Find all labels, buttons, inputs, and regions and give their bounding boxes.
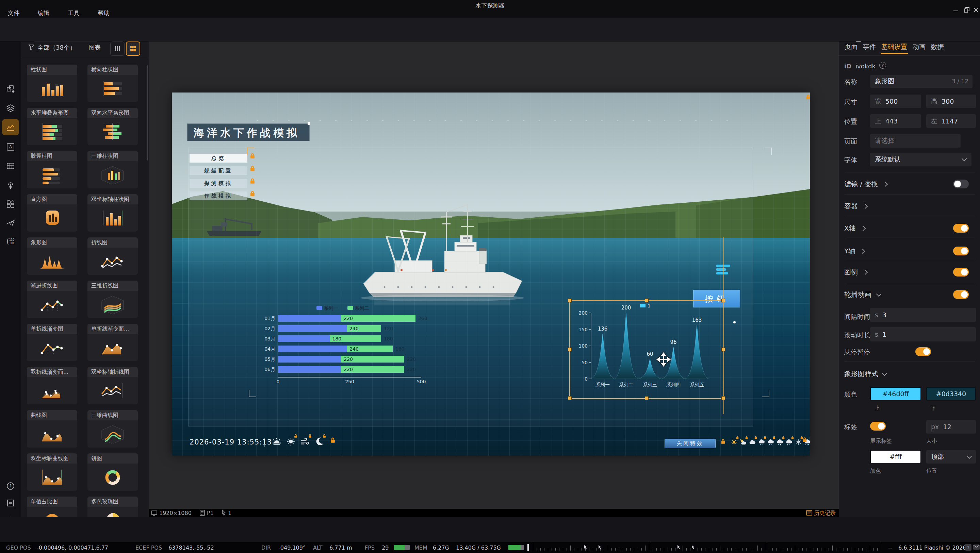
section-4[interactable]: 图例 xyxy=(844,267,975,278)
chart-card-spikes[interactable]: 象形图 xyxy=(27,237,77,275)
effects-toggle-button[interactable]: 关闭特效 xyxy=(665,439,716,448)
chart-card-donut[interactable]: 饼图 xyxy=(88,453,138,491)
chart-card-line-dots[interactable]: 折线图 xyxy=(88,237,138,275)
height-input[interactable]: 高300 xyxy=(926,95,976,108)
help-icon[interactable]: ? xyxy=(879,62,886,69)
scrollbar[interactable] xyxy=(147,65,148,160)
menu-tools[interactable]: 工具 xyxy=(68,9,80,17)
stage-menu-ships[interactable]: 舰艇配置 xyxy=(189,166,247,175)
menu-help[interactable]: 帮助 xyxy=(98,9,110,17)
chart-card-cube-bars[interactable]: 三维柱状图 xyxy=(88,151,138,188)
section-toggle[interactable] xyxy=(953,224,969,233)
selection-handle[interactable] xyxy=(568,396,572,400)
stage[interactable]: 海洋水下作战模拟 总览 舰艇配置 探测模拟 作战模拟 系列一 系列二01月 22… xyxy=(172,92,810,456)
weather-sun-cloud-icon[interactable] xyxy=(739,438,747,446)
restore-icon[interactable] xyxy=(963,6,970,14)
weather-rain-icon[interactable] xyxy=(767,438,775,446)
text-icon[interactable]: A xyxy=(6,143,15,151)
color-bottom-swatch[interactable]: #0d3340 xyxy=(926,387,976,400)
section-1[interactable]: 容器 xyxy=(844,201,975,211)
charts-icon[interactable] xyxy=(6,123,15,132)
hover-pause-toggle[interactable] xyxy=(915,347,931,356)
history-button[interactable]: 历史记录 xyxy=(814,510,836,517)
section-toggle[interactable] xyxy=(953,290,969,299)
section-toggle[interactable] xyxy=(953,180,969,188)
code-icon[interactable]: 110101 xyxy=(6,237,15,246)
weather-snow-icon[interactable] xyxy=(794,438,802,446)
menu-edit[interactable]: 编辑 xyxy=(38,9,49,17)
tag-toggle[interactable] xyxy=(870,422,886,431)
chart-card-line-gradient[interactable]: 单折线渐变图 xyxy=(27,324,77,361)
widgets-icon[interactable] xyxy=(6,200,15,208)
page-select[interactable]: 请选择 xyxy=(870,134,961,148)
tag-color-swatch[interactable]: #fff xyxy=(870,450,921,464)
stacked-bar-chart[interactable]: 系列一 系列二01月 220 26002月 240 12003月 180 180… xyxy=(253,305,434,385)
timeline-ruler[interactable] xyxy=(533,543,883,552)
chart-card-line-step[interactable]: 渐进折线图 xyxy=(27,281,77,318)
chart-card-dual-area[interactable]: 双折线渐变面... xyxy=(27,367,77,404)
weather-sun-icon[interactable] xyxy=(285,436,296,447)
message-icon[interactable] xyxy=(973,545,980,550)
stage-menu-combat[interactable]: 作战模拟 xyxy=(189,191,247,200)
tab-events[interactable]: 事件 xyxy=(863,43,876,51)
section-5[interactable]: 轮播动画 xyxy=(844,289,975,300)
close-icon[interactable] xyxy=(972,6,979,13)
interval-input[interactable]: s3 xyxy=(870,308,976,322)
tab-animation[interactable]: 动画 xyxy=(913,43,926,51)
section-3[interactable]: Y轴 xyxy=(844,246,975,256)
menu-file[interactable]: 文件 xyxy=(8,9,19,17)
top-input[interactable]: 上443 xyxy=(870,114,921,128)
chart-card-hstack[interactable]: 水平堆叠条形图 xyxy=(27,108,77,145)
selection-handle[interactable] xyxy=(568,299,572,302)
components-icon[interactable] xyxy=(6,84,15,93)
left-input[interactable]: 左1147 xyxy=(926,114,976,128)
color-top-swatch[interactable]: #46d0ff xyxy=(870,387,921,400)
tag-position-select[interactable]: 顶部 xyxy=(926,450,976,464)
chart-card-capsule[interactable]: 胶囊柱图 xyxy=(27,151,77,188)
chart-card-vbars[interactable]: 柱状图 xyxy=(27,65,77,102)
weather-moon-icon[interactable] xyxy=(314,436,325,447)
section-toggle[interactable] xyxy=(953,268,969,276)
tag-size-input[interactable]: px12 xyxy=(926,420,976,434)
weather-sleet-icon[interactable] xyxy=(776,438,784,446)
model-icon[interactable] xyxy=(6,218,15,227)
timeline-cursor[interactable] xyxy=(527,544,529,551)
help-icon[interactable]: ? xyxy=(6,481,15,490)
page-label[interactable]: P1 xyxy=(207,510,214,516)
tab-basic-settings[interactable]: 基础设置 xyxy=(881,43,907,51)
notes-icon[interactable] xyxy=(6,499,15,507)
weather-sunrise-icon[interactable] xyxy=(271,436,282,447)
section-0[interactable]: 滤镜 / 变换 xyxy=(844,178,975,189)
stage-menu-detect[interactable]: 探测模拟 xyxy=(189,179,247,188)
chart-card-dual-bars[interactable]: 双坐标轴柱状图 xyxy=(88,194,138,232)
name-input[interactable]: 象形图 3 / 12 xyxy=(870,75,972,88)
chart-card-histogram[interactable]: 直方图 xyxy=(27,194,77,232)
chart-card-bidir[interactable]: 双向水平条形图 xyxy=(88,108,138,145)
minimize-icon[interactable] xyxy=(952,7,959,14)
help-badge-icon[interactable]: ? xyxy=(965,544,972,551)
chart-card-dual-curve[interactable]: 双坐标轴曲线图 xyxy=(27,453,77,491)
weather-sun-icon[interactable] xyxy=(730,438,738,446)
layers-icon[interactable] xyxy=(6,104,15,113)
font-select[interactable]: 系统默认 xyxy=(870,153,972,166)
pictogram-style-header[interactable]: 象形图样式 xyxy=(844,369,886,378)
selection-handle[interactable] xyxy=(568,348,572,351)
tab-data[interactable]: 数据 xyxy=(931,43,944,51)
chart-card-curve-3d[interactable]: 三维曲线图 xyxy=(88,410,138,448)
tab-page[interactable]: 页面 xyxy=(845,43,858,51)
weather-wind-icon[interactable] xyxy=(300,436,311,447)
chart-card-dual-line[interactable]: 双坐标轴折线图 xyxy=(88,367,138,404)
chart-card-area-gradient[interactable]: 单折线渐变面... xyxy=(88,324,138,361)
stage-menu-overview[interactable]: 总览 xyxy=(189,154,247,162)
stage-title[interactable]: 海洋水下作战模拟 xyxy=(187,124,310,141)
history-icon[interactable] xyxy=(806,510,813,516)
weather-rain-icon[interactable] xyxy=(757,438,765,446)
chart-card-line-3d[interactable]: 三维折线图 xyxy=(88,281,138,318)
weather-snow-rain-icon[interactable] xyxy=(785,438,793,446)
section-toggle[interactable] xyxy=(953,246,969,256)
section-2[interactable]: X轴 xyxy=(844,223,975,234)
interaction-icon[interactable] xyxy=(6,181,15,190)
chart-widget-icon[interactable] xyxy=(716,262,730,277)
table-icon[interactable] xyxy=(6,162,15,170)
duration-input[interactable]: s1 xyxy=(870,327,976,342)
